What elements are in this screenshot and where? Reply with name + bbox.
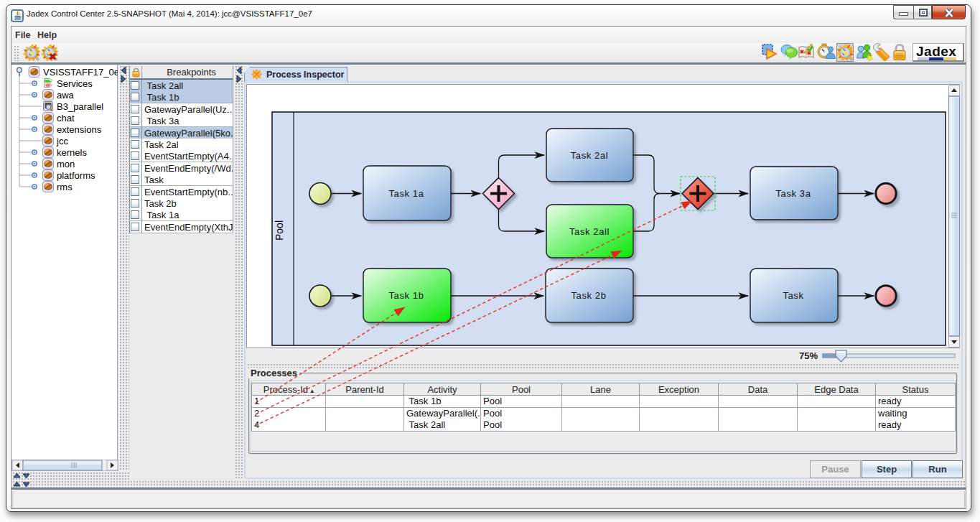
svg-text:mon: mon — [57, 159, 75, 169]
svg-text:Task 3a: Task 3a — [775, 188, 811, 199]
svg-text:rms: rms — [57, 182, 73, 192]
svg-text:platforms: platforms — [57, 170, 95, 181]
svg-text:Task 1b: Task 1b — [388, 290, 424, 301]
svg-text:awa: awa — [57, 90, 75, 101]
svg-text:Task 2b: Task 2b — [571, 290, 606, 301]
svg-text:Pool: Pool — [274, 220, 285, 241]
svg-text:extensions: extensions — [57, 124, 102, 135]
svg-text:Task 2all: Task 2all — [569, 226, 610, 237]
svg-text:kernels: kernels — [57, 147, 87, 158]
svg-text:B3_parallel: B3_parallel — [57, 101, 103, 112]
svg-text:chat: chat — [57, 113, 75, 123]
svg-text:jcc: jcc — [56, 136, 68, 146]
svg-text:VSISSTAFF17_0e7: VSISSTAFF17_0e7 — [43, 67, 118, 78]
svg-text:Task: Task — [783, 290, 803, 301]
svg-text:Task 2al: Task 2al — [571, 150, 609, 161]
svg-text:Task 1a: Task 1a — [388, 188, 424, 199]
svg-text:Services: Services — [57, 78, 93, 89]
